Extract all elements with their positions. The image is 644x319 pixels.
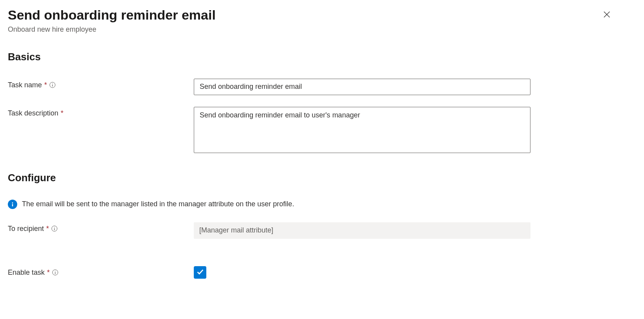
task-name-input[interactable] bbox=[194, 79, 530, 95]
checkmark-icon bbox=[196, 267, 204, 278]
task-name-input-col bbox=[194, 79, 530, 95]
to-recipient-label: To recipient bbox=[8, 225, 44, 233]
configure-heading: Configure bbox=[8, 172, 636, 184]
svg-rect-6 bbox=[12, 204, 13, 206]
info-icon[interactable] bbox=[49, 82, 56, 88]
configure-info-row: The email will be sent to the manager li… bbox=[8, 200, 636, 209]
task-description-label-col: Task description * bbox=[8, 107, 194, 117]
task-name-label-col: Task name * bbox=[8, 79, 194, 89]
panel-header: Send onboarding reminder email Onboard n… bbox=[8, 7, 636, 34]
required-indicator: * bbox=[44, 81, 47, 89]
to-recipient-readonly: [Manager mail attribute] bbox=[194, 222, 530, 239]
basics-heading: Basics bbox=[8, 51, 636, 63]
to-recipient-label-col: To recipient * bbox=[8, 222, 194, 233]
task-description-row: Task description * bbox=[8, 107, 636, 155]
enable-task-label: Enable task bbox=[8, 269, 45, 277]
required-indicator: * bbox=[46, 225, 49, 233]
header-text-block: Send onboarding reminder email Onboard n… bbox=[8, 7, 601, 34]
svg-point-5 bbox=[12, 202, 13, 204]
to-recipient-row: To recipient * [Manager mail attribute] bbox=[8, 222, 636, 239]
task-name-label: Task name bbox=[8, 81, 42, 89]
svg-point-8 bbox=[54, 227, 54, 227]
page-subtitle: Onboard new hire employee bbox=[8, 25, 601, 34]
enable-task-label-col: Enable task * bbox=[8, 266, 194, 277]
enable-task-checkbox[interactable] bbox=[194, 266, 206, 279]
svg-point-3 bbox=[52, 83, 52, 84]
info-badge-icon bbox=[8, 200, 17, 209]
task-description-label: Task description bbox=[8, 109, 58, 117]
task-name-row: Task name * bbox=[8, 79, 636, 95]
required-indicator: * bbox=[47, 269, 50, 277]
required-indicator: * bbox=[61, 109, 63, 117]
svg-point-11 bbox=[55, 271, 55, 271]
enable-task-row: Enable task * bbox=[8, 266, 636, 279]
configure-info-text: The email will be sent to the manager li… bbox=[22, 200, 294, 208]
page-title: Send onboarding reminder email bbox=[8, 7, 601, 23]
close-button[interactable] bbox=[601, 9, 613, 22]
info-icon[interactable] bbox=[51, 225, 58, 232]
close-icon bbox=[603, 14, 611, 20]
task-description-input-col bbox=[194, 107, 530, 155]
task-description-input[interactable] bbox=[194, 107, 530, 153]
info-icon[interactable] bbox=[52, 269, 58, 276]
enable-task-input-col bbox=[194, 266, 530, 279]
to-recipient-input-col: [Manager mail attribute] bbox=[194, 222, 530, 239]
